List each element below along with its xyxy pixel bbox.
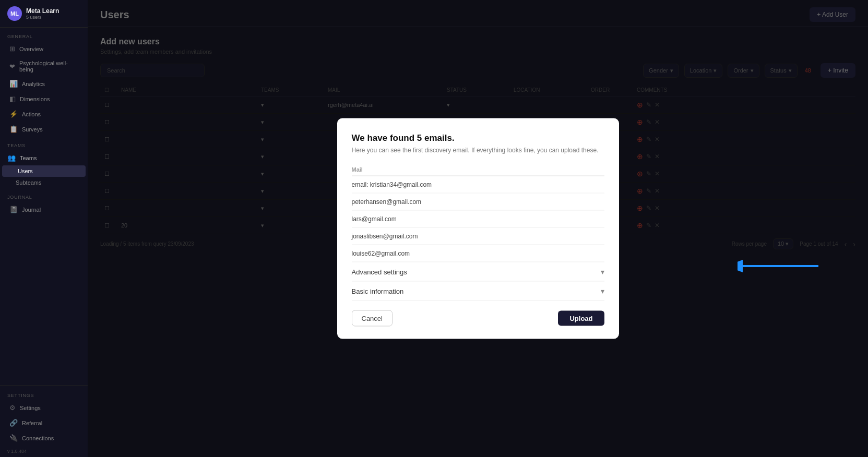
sidebar-item-psychological[interactable]: ❤ Psychological well-being: [2, 56, 86, 76]
sidebar-item-settings[interactable]: ⚙ Settings: [2, 400, 86, 415]
modal-footer: Cancel Upload: [352, 310, 604, 327]
actions-icon: ⚡: [9, 110, 18, 118]
basic-information-section[interactable]: Basic information ▾: [352, 282, 604, 301]
modal-subtitle: Here you can see the first discovery ema…: [352, 147, 604, 154]
sidebar-item-teams[interactable]: 👥 Teams: [0, 150, 88, 165]
section-label-general: GENERAL: [0, 28, 88, 41]
modal-title: We have found 5 emails.: [352, 133, 604, 143]
chart-icon: 📊: [9, 80, 18, 88]
journal-icon: 📓: [9, 206, 18, 213]
sidebar: ML Meta Learn 5 users GENERAL ⊞ Overview…: [0, 0, 88, 457]
email-row-4: louise62@gmail.com: [352, 245, 604, 262]
email-row-2: lars@gmail.com: [352, 211, 604, 228]
email-row-3: jonaslibsen@gmail.com: [352, 228, 604, 245]
advanced-settings-chevron-icon: ▾: [601, 268, 604, 276]
section-label-teams: TEAMS: [0, 137, 88, 150]
sidebar-item-journal[interactable]: 📓 Journal: [2, 202, 86, 217]
sidebar-item-overview[interactable]: ⊞ Overview: [2, 41, 86, 56]
advanced-settings-section[interactable]: Advanced settings ▾: [352, 262, 604, 282]
sidebar-bottom: SETTINGS ⚙ Settings 🔗 Referral 🔌 Connect…: [0, 385, 88, 457]
teams-group-icon: 👥: [7, 154, 16, 162]
email-column-label: Mail: [352, 166, 604, 173]
cancel-button[interactable]: Cancel: [352, 310, 393, 327]
section-label-journal: JOURNAL: [0, 188, 88, 202]
basic-information-chevron-icon: ▾: [601, 287, 604, 295]
sidebar-item-analytics[interactable]: 📊 Analytics: [2, 76, 86, 91]
app-subtitle: 5 users: [26, 15, 59, 20]
settings-icon: ⚙: [9, 404, 16, 412]
sidebar-item-connections[interactable]: 🔌 Connections: [2, 430, 86, 446]
sidebar-item-actions[interactable]: ⚡ Actions: [2, 106, 86, 122]
connections-icon: 🔌: [9, 434, 18, 442]
advanced-settings-label: Advanced settings: [352, 268, 407, 275]
email-row-0: email: kristian34@gmail.com: [352, 176, 604, 194]
avatar: ML: [7, 6, 22, 21]
sidebar-logo[interactable]: ML Meta Learn 5 users: [0, 0, 88, 28]
referral-icon: 🔗: [9, 419, 18, 427]
basic-information-label: Basic information: [352, 287, 404, 295]
sidebar-item-surveys[interactable]: 📋 Surveys: [2, 122, 86, 137]
main-content: Users + Add User Add new users Settings,…: [88, 0, 868, 457]
sidebar-item-referral[interactable]: 🔗 Referral: [2, 415, 86, 430]
sidebar-logo-info: Meta Learn 5 users: [26, 7, 59, 20]
version-label: v 1.0.484: [0, 446, 88, 457]
section-label-settings: SETTINGS: [0, 390, 88, 400]
heart-icon: ❤: [9, 63, 15, 70]
sidebar-item-subteams[interactable]: Subteams: [0, 177, 88, 188]
upload-button[interactable]: Upload: [558, 311, 604, 326]
modal-dialog: We have found 5 emails. Here you can see…: [337, 118, 619, 339]
surveys-icon: 📋: [9, 125, 18, 133]
app-name: Meta Learn: [26, 7, 59, 15]
sidebar-item-dimensions[interactable]: ◧ Dimensions: [2, 91, 86, 106]
sidebar-item-users[interactable]: Users: [2, 165, 86, 177]
email-table-header: Mail: [352, 163, 604, 176]
email-row-1: peterhansen@gmail.com: [352, 194, 604, 211]
grid-icon: ⊞: [9, 45, 15, 53]
dimensions-icon: ◧: [9, 95, 16, 103]
